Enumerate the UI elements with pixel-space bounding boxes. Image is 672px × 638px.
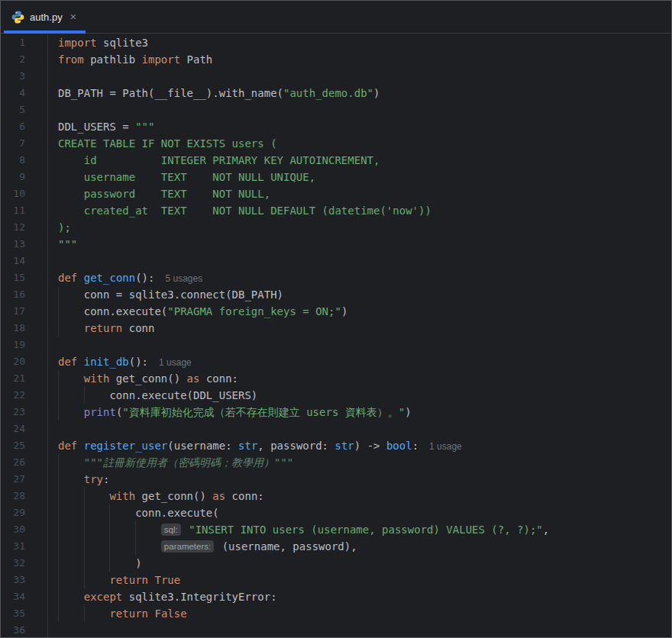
code-line[interactable]: 26 """註冊新使用者（密碼明碼；教學用）"""	[1, 454, 671, 471]
code-line[interactable]: 24	[1, 420, 671, 437]
code-line[interactable]: 31 parameters: (username, password),	[1, 538, 671, 555]
line-number[interactable]: 1	[1, 34, 48, 51]
line-number[interactable]: 22	[1, 387, 48, 404]
code-line-content[interactable]: return True	[48, 572, 671, 588]
line-number[interactable]: 6	[1, 118, 48, 135]
usages-hint[interactable]: 5 usages	[165, 273, 202, 284]
code-line[interactable]: 10 password TEXT NOT NULL,	[1, 185, 671, 202]
code-line[interactable]: 7CREATE TABLE IF NOT EXISTS users (	[1, 135, 671, 152]
code-line[interactable]: 1import sqlite3	[1, 34, 671, 51]
line-number[interactable]: 18	[1, 320, 48, 337]
line-number[interactable]: 21	[1, 370, 48, 387]
code-line-content[interactable]: password TEXT NOT NULL,	[48, 185, 671, 202]
line-number[interactable]: 14	[1, 253, 48, 269]
code-line-content[interactable]: def register_user(username: str, passwor…	[48, 437, 671, 454]
code-line-content[interactable]: from pathlib import Path	[48, 51, 671, 68]
line-number[interactable]: 5	[1, 102, 48, 118]
code-line[interactable]: 21 with get_conn() as conn:	[1, 370, 671, 387]
code-line-content[interactable]: with get_conn() as conn:	[48, 370, 671, 387]
line-number[interactable]: 23	[1, 404, 48, 420]
code-line[interactable]: 13"""	[1, 236, 671, 253]
code-line[interactable]: 14	[1, 253, 671, 269]
code-line-content[interactable]: DB_PATH = Path(__file__).with_name("auth…	[48, 85, 671, 102]
code-line-content[interactable]: conn = sqlite3.connect(DB_PATH)	[48, 286, 671, 303]
line-number[interactable]: 8	[1, 152, 48, 169]
code-line[interactable]: 32 )	[1, 555, 671, 572]
line-number[interactable]: 29	[1, 504, 48, 521]
code-line-content[interactable]: """	[48, 236, 671, 253]
code-line[interactable]: 18 return conn	[1, 320, 671, 337]
code-line-content[interactable]: print("資料庫初始化完成（若不存在則建立 users 資料表）。")	[48, 404, 671, 420]
code-line[interactable]: 5	[1, 102, 671, 118]
code-line-content[interactable]: conn.execute("PRAGMA foreign_keys = ON;"…	[48, 303, 671, 320]
code-line[interactable]: 25def register_user(username: str, passw…	[1, 437, 671, 454]
code-line[interactable]: 20def init_db():1 usage	[1, 353, 671, 370]
code-line[interactable]: 4DB_PATH = Path(__file__).with_name("aut…	[1, 85, 671, 102]
code-line-content[interactable]: created_at TEXT NOT NULL DEFAULT (dateti…	[48, 202, 671, 219]
line-number[interactable]: 25	[1, 437, 48, 454]
line-number[interactable]: 28	[1, 488, 48, 504]
code-line[interactable]: 9 username TEXT NOT NULL UNIQUE,	[1, 169, 671, 185]
code-line-content[interactable]	[48, 420, 671, 437]
line-number[interactable]: 4	[1, 85, 48, 102]
code-line[interactable]: 22 conn.execute(DDL_USERS)	[1, 387, 671, 404]
line-number[interactable]: 30	[1, 521, 48, 538]
code-line[interactable]: 2from pathlib import Path	[1, 51, 671, 68]
code-line-content[interactable]: conn.execute(DDL_USERS)	[48, 387, 671, 404]
code-line-content[interactable]: DDL_USERS = """	[48, 118, 671, 135]
line-number[interactable]: 34	[1, 588, 48, 605]
line-number[interactable]: 32	[1, 555, 48, 572]
code-editor[interactable]: 1import sqlite32from pathlib import Path…	[1, 34, 671, 637]
code-line-content[interactable]: try:	[48, 471, 671, 488]
code-line-content[interactable]: def get_conn():5 usages	[48, 269, 671, 286]
code-line[interactable]: 23 print("資料庫初始化完成（若不存在則建立 users 資料表）。")	[1, 404, 671, 420]
line-number[interactable]: 9	[1, 169, 48, 185]
code-line[interactable]: 6DDL_USERS = """	[1, 118, 671, 135]
code-line[interactable]: 35 return False	[1, 605, 671, 622]
line-number[interactable]: 31	[1, 538, 48, 555]
line-number[interactable]: 3	[1, 68, 48, 85]
code-line-content[interactable]	[48, 337, 671, 353]
code-line-content[interactable]: )	[48, 555, 671, 572]
line-number[interactable]: 36	[1, 622, 48, 637]
code-line-content[interactable]: except sqlite3.IntegrityError:	[48, 588, 671, 605]
code-line[interactable]: 3	[1, 68, 671, 85]
line-number[interactable]: 33	[1, 572, 48, 588]
code-line[interactable]: 17 conn.execute("PRAGMA foreign_keys = O…	[1, 303, 671, 320]
code-line-content[interactable]	[48, 253, 671, 269]
code-line-content[interactable]: return conn	[48, 320, 671, 337]
line-number[interactable]: 17	[1, 303, 48, 320]
code-line-content[interactable]: id INTEGER PRIMARY KEY AUTOINCREMENT,	[48, 152, 671, 169]
line-number[interactable]: 2	[1, 51, 48, 68]
line-number[interactable]: 26	[1, 454, 48, 471]
line-number[interactable]: 12	[1, 219, 48, 236]
code-line[interactable]: 29 conn.execute(	[1, 504, 671, 521]
line-number[interactable]: 10	[1, 185, 48, 202]
line-number[interactable]: 11	[1, 202, 48, 219]
line-number[interactable]: 27	[1, 471, 48, 488]
code-line-content[interactable]: parameters: (username, password),	[48, 538, 671, 555]
code-line-content[interactable]: sql: "INSERT INTO users (username, passw…	[48, 521, 671, 538]
code-line[interactable]: 8 id INTEGER PRIMARY KEY AUTOINCREMENT,	[1, 152, 671, 169]
usages-hint[interactable]: 1 usage	[429, 441, 462, 452]
code-line-content[interactable]	[48, 68, 671, 85]
tab-auth-py[interactable]: auth.py ×	[4, 1, 86, 33]
code-line-content[interactable]: def init_db():1 usage	[48, 353, 671, 370]
code-line-content[interactable]	[48, 102, 671, 118]
code-line[interactable]: 11 created_at TEXT NOT NULL DEFAULT (dat…	[1, 202, 671, 219]
code-line-content[interactable]: );	[48, 219, 671, 236]
line-number[interactable]: 16	[1, 286, 48, 303]
code-line[interactable]: 27 try:	[1, 471, 671, 488]
code-line-content[interactable]: conn.execute(	[48, 504, 671, 521]
code-line[interactable]: 30 sql: "INSERT INTO users (username, pa…	[1, 521, 671, 538]
code-line[interactable]: 15def get_conn():5 usages	[1, 269, 671, 286]
code-line[interactable]: 12);	[1, 219, 671, 236]
line-number[interactable]: 24	[1, 420, 48, 437]
code-line-content[interactable]: username TEXT NOT NULL UNIQUE,	[48, 169, 671, 185]
code-line-content[interactable]: with get_conn() as conn:	[48, 488, 671, 504]
line-number[interactable]: 35	[1, 605, 48, 622]
line-number[interactable]: 20	[1, 353, 48, 370]
line-number[interactable]: 15	[1, 269, 48, 286]
usages-hint[interactable]: 1 usage	[159, 357, 192, 368]
code-line[interactable]: 28 with get_conn() as conn:	[1, 488, 671, 504]
